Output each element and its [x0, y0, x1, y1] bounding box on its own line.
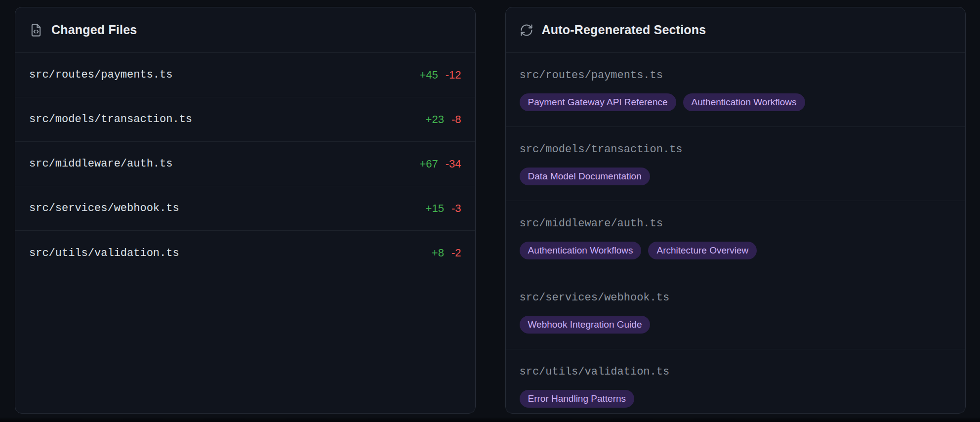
diff-stats: +8 -2	[432, 247, 461, 259]
file-path: src/routes/payments.ts	[520, 69, 952, 82]
deletions-count: -2	[451, 247, 461, 259]
section-tag[interactable]: Architecture Overview	[648, 242, 757, 259]
auto-regenerated-header: Auto-Regenerated Sections	[506, 7, 966, 53]
file-path: src/utils/validation.ts	[520, 366, 952, 379]
file-path: src/utils/validation.ts	[29, 247, 179, 259]
file-path: src/models/transaction.ts	[29, 113, 192, 126]
section-tags: Payment Gateway API Reference Authentica…	[520, 93, 952, 111]
file-path: src/services/webhook.ts	[520, 292, 952, 304]
deletions-count: -3	[451, 202, 461, 215]
changed-file-row[interactable]: src/middleware/auth.ts +67 -34	[15, 142, 475, 186]
changed-files-list: src/routes/payments.ts +45 -12 src/model…	[15, 53, 475, 275]
regenerated-file-group: src/utils/validation.ts Error Handling P…	[506, 349, 966, 414]
deletions-count: -12	[446, 69, 461, 82]
refresh-icon	[520, 23, 533, 37]
changed-file-row[interactable]: src/models/transaction.ts +23 -8	[15, 97, 475, 142]
section-tag[interactable]: Error Handling Patterns	[520, 390, 635, 408]
section-tags: Data Model Documentation	[520, 168, 952, 185]
auto-regenerated-panel: Auto-Regenerated Sections src/routes/pay…	[505, 7, 966, 414]
section-tag[interactable]: Authentication Workflows	[683, 93, 805, 111]
section-tag[interactable]: Payment Gateway API Reference	[520, 93, 676, 111]
file-path: src/services/webhook.ts	[29, 202, 179, 214]
file-path: src/middleware/auth.ts	[520, 217, 952, 230]
changed-files-header: Changed Files	[15, 7, 475, 53]
panel-title: Auto-Regenerated Sections	[542, 23, 706, 37]
regenerated-sections-list: src/routes/payments.ts Payment Gateway A…	[506, 53, 966, 414]
window-bottom-edge	[0, 418, 980, 422]
section-tags: Error Handling Patterns	[520, 390, 952, 408]
additions-count: +8	[432, 247, 444, 259]
additions-count: +23	[426, 113, 444, 126]
changed-file-row[interactable]: src/routes/payments.ts +45 -12	[15, 53, 475, 97]
diff-stats: +23 -8	[426, 113, 461, 126]
regenerated-file-group: src/middleware/auth.ts Authentication Wo…	[506, 201, 966, 275]
file-path: src/models/transaction.ts	[520, 143, 952, 156]
file-path: src/routes/payments.ts	[29, 69, 172, 81]
additions-count: +45	[419, 69, 438, 82]
deletions-count: -8	[451, 113, 461, 126]
regenerated-file-group: src/routes/payments.ts Payment Gateway A…	[506, 53, 966, 127]
section-tag[interactable]: Webhook Integration Guide	[520, 316, 651, 334]
regenerated-file-group: src/services/webhook.ts Webhook Integrat…	[506, 275, 966, 349]
file-path: src/middleware/auth.ts	[29, 158, 172, 170]
section-tags: Authentication Workflows Architecture Ov…	[520, 242, 952, 259]
file-code-icon	[29, 23, 43, 37]
changed-file-row[interactable]: src/utils/validation.ts +8 -2	[15, 231, 475, 275]
additions-count: +15	[426, 202, 444, 215]
section-tags: Webhook Integration Guide	[520, 316, 952, 334]
section-tag[interactable]: Data Model Documentation	[520, 168, 650, 185]
regenerated-file-group: src/models/transaction.ts Data Model Doc…	[506, 127, 966, 201]
changed-file-row[interactable]: src/services/webhook.ts +15 -3	[15, 186, 475, 231]
changed-files-panel: Changed Files src/routes/payments.ts +45…	[15, 7, 476, 414]
section-tag[interactable]: Authentication Workflows	[520, 242, 642, 259]
diff-stats: +45 -12	[419, 69, 461, 82]
panel-title: Changed Files	[51, 23, 137, 37]
diff-stats: +67 -34	[419, 158, 461, 170]
deletions-count: -34	[446, 158, 461, 170]
diff-stats: +15 -3	[426, 202, 461, 215]
dashboard: Changed Files src/routes/payments.ts +45…	[0, 0, 980, 414]
additions-count: +67	[419, 158, 438, 170]
